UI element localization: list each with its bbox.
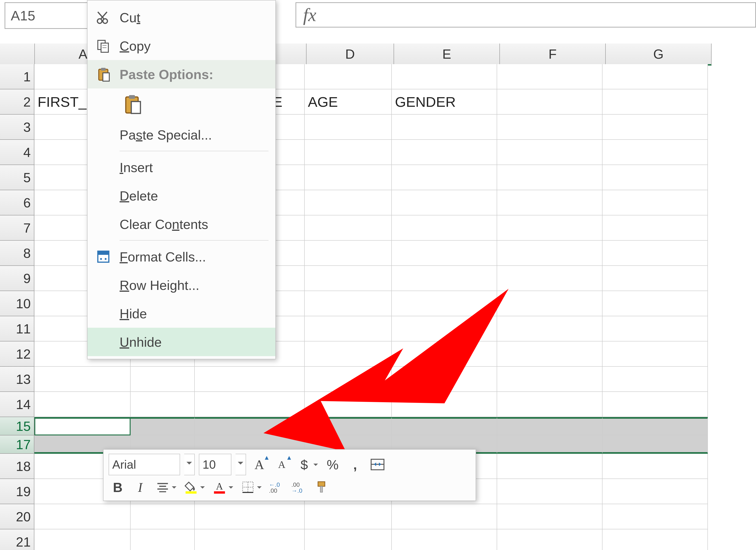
cell-E11[interactable]: [392, 316, 497, 342]
cell-G12[interactable]: [603, 342, 708, 367]
cell-F15[interactable]: [497, 417, 603, 435]
cell-E5[interactable]: [392, 165, 497, 190]
cell-D5[interactable]: [305, 165, 392, 190]
cell-E2[interactable]: GENDER: [392, 89, 497, 115]
menu-item-format-cells[interactable]: Format Cells...: [88, 242, 275, 271]
cell-E12[interactable]: [392, 342, 497, 367]
cell-C13[interactable]: [195, 367, 305, 392]
cell-G3[interactable]: [603, 115, 708, 140]
font-name-dropdown[interactable]: [184, 454, 195, 475]
cell-G8[interactable]: [603, 240, 708, 266]
column-header-F[interactable]: F: [500, 44, 606, 66]
menu-item-copy[interactable]: Copy: [88, 32, 275, 60]
font-name-select[interactable]: Arial: [109, 454, 180, 475]
cell-A15[interactable]: [34, 417, 131, 435]
cell-G10[interactable]: [603, 291, 708, 316]
cell-F7[interactable]: [497, 215, 603, 240]
formula-bar[interactable]: fx: [296, 2, 756, 27]
cell-G6[interactable]: [603, 190, 708, 215]
row-header-8[interactable]: 8: [0, 240, 34, 266]
cell-D12[interactable]: [305, 342, 392, 367]
row-header-7[interactable]: 7: [0, 215, 34, 240]
font-color-button[interactable]: A: [210, 478, 229, 496]
row-header-15[interactable]: 15: [0, 417, 34, 435]
menu-item-clear-contents[interactable]: Clear Contents: [88, 210, 275, 238]
cell-F5[interactable]: [497, 165, 603, 190]
row-header-19[interactable]: 19: [0, 479, 34, 504]
cell-E3[interactable]: [392, 115, 497, 140]
row-header-21[interactable]: 21: [0, 529, 34, 550]
column-header-D[interactable]: D: [307, 44, 394, 66]
cell-F1[interactable]: [497, 64, 603, 89]
cell-A14[interactable]: [34, 392, 131, 417]
row-header-6[interactable]: 6: [0, 190, 34, 215]
menu-item-row-height[interactable]: Row Height...: [88, 271, 275, 299]
cell-D7[interactable]: [305, 215, 392, 240]
cell-F20[interactable]: [497, 504, 603, 529]
menu-item-cut[interactable]: Cut: [88, 3, 275, 32]
cell-B20[interactable]: [131, 504, 195, 529]
cell-D2[interactable]: AGE: [305, 89, 392, 115]
cell-D14[interactable]: [305, 392, 392, 417]
borders-button[interactable]: [239, 478, 257, 496]
cell-G2[interactable]: [603, 89, 708, 115]
row-header-17[interactable]: 17: [0, 435, 34, 454]
cell-E7[interactable]: [392, 215, 497, 240]
accounting-format-button[interactable]: $: [295, 455, 313, 474]
cell-A20[interactable]: [34, 504, 131, 529]
cell-G9[interactable]: [603, 266, 708, 291]
cell-G7[interactable]: [603, 215, 708, 240]
cell-F13[interactable]: [497, 367, 603, 392]
cell-E1[interactable]: [392, 64, 497, 89]
cell-D4[interactable]: [305, 140, 392, 165]
cell-E21[interactable]: [392, 529, 497, 550]
cell-D8[interactable]: [305, 240, 392, 266]
cell-E10[interactable]: [392, 291, 497, 316]
cell-C15[interactable]: [195, 417, 305, 435]
cell-E6[interactable]: [392, 190, 497, 215]
menu-item-unhide[interactable]: Unhide: [88, 328, 275, 356]
menu-item-paste-special[interactable]: Paste Special...: [88, 120, 275, 149]
row-header-10[interactable]: 10: [0, 291, 34, 316]
format-painter-button[interactable]: [312, 478, 330, 496]
row-header-11[interactable]: 11: [0, 316, 34, 342]
row-header-13[interactable]: 13: [0, 367, 34, 392]
cell-F4[interactable]: [497, 140, 603, 165]
cell-A13[interactable]: [34, 367, 131, 392]
menu-item-delete[interactable]: Delete: [88, 181, 275, 210]
cell-D6[interactable]: [305, 190, 392, 215]
cell-B14[interactable]: [131, 392, 195, 417]
cell-F3[interactable]: [497, 115, 603, 140]
decrease-font-button[interactable]: A▲: [273, 455, 291, 474]
cell-C14[interactable]: [195, 392, 305, 417]
cell-F19[interactable]: [497, 479, 603, 504]
cell-F9[interactable]: [497, 266, 603, 291]
cell-G5[interactable]: [603, 165, 708, 190]
italic-button[interactable]: I: [131, 478, 149, 496]
menu-item-insert[interactable]: Insert: [88, 153, 275, 181]
cell-G4[interactable]: [603, 140, 708, 165]
cell-G15[interactable]: [603, 417, 708, 435]
row-header-3[interactable]: 3: [0, 115, 34, 140]
cell-G17[interactable]: [603, 435, 708, 454]
row-header-1[interactable]: 1: [0, 64, 34, 89]
cell-G18[interactable]: [603, 454, 708, 479]
row-header-14[interactable]: 14: [0, 392, 34, 417]
font-size-dropdown[interactable]: [236, 454, 246, 475]
cell-G13[interactable]: [603, 367, 708, 392]
cell-E13[interactable]: [392, 367, 497, 392]
name-box[interactable]: A15: [5, 2, 99, 29]
cell-G21[interactable]: [603, 529, 708, 550]
cell-F2[interactable]: [497, 89, 603, 115]
cell-G20[interactable]: [603, 504, 708, 529]
cell-D13[interactable]: [305, 367, 392, 392]
bold-button[interactable]: B: [109, 478, 127, 496]
cell-G19[interactable]: [603, 479, 708, 504]
fill-color-button[interactable]: [182, 478, 200, 496]
row-header-20[interactable]: 20: [0, 504, 34, 529]
cell-B15[interactable]: [131, 417, 195, 435]
row-header-4[interactable]: 4: [0, 140, 34, 165]
row-header-9[interactable]: 9: [0, 266, 34, 291]
cell-F12[interactable]: [497, 342, 603, 367]
cell-D11[interactable]: [305, 316, 392, 342]
